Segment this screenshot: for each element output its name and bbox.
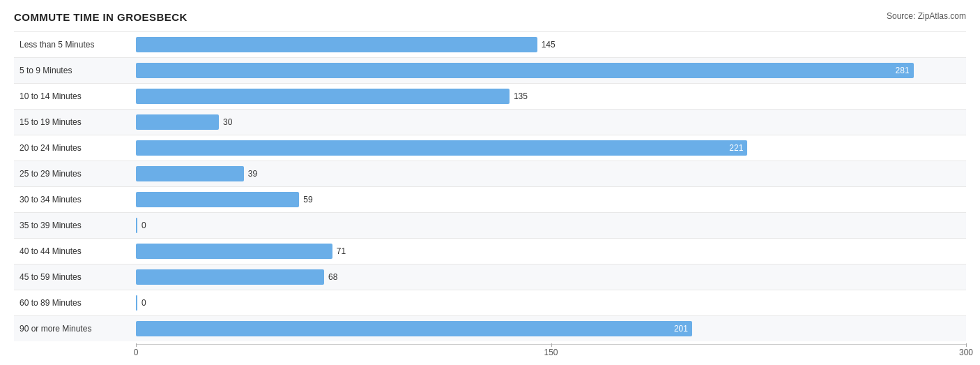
bar-value-inside: 221: [729, 143, 743, 153]
bar-fill: [136, 218, 137, 233]
chart-source: Source: ZipAtlas.com: [887, 11, 966, 21]
bar-fill: [136, 89, 510, 104]
bar-row: 45 to 59 Minutes68: [14, 264, 966, 290]
bar-label: 30 to 34 Minutes: [14, 195, 136, 204]
bar-value-outside: 59: [303, 195, 312, 204]
bar-fill: [136, 244, 332, 259]
bar-row: 20 to 24 Minutes221: [14, 135, 966, 161]
bar-label: 40 to 44 Minutes: [14, 246, 136, 256]
bar-fill: [136, 295, 137, 311]
bar-row: 35 to 39 Minutes0: [14, 212, 966, 238]
x-tick-label: 300: [959, 348, 973, 357]
bar-fill: 281: [136, 63, 914, 78]
bar-label: 5 to 9 Minutes: [14, 66, 136, 75]
chart-header: COMMUTE TIME IN GROESBECK Source: ZipAtl…: [14, 11, 966, 23]
bar-track: 281: [136, 63, 966, 78]
bar-row: 25 to 29 Minutes39: [14, 161, 966, 186]
bar-track: 145: [136, 37, 966, 52]
bar-fill: [136, 269, 324, 285]
bar-track: 68: [136, 269, 966, 285]
x-tick-label: 0: [134, 348, 139, 357]
bar-row: 40 to 44 Minutes71: [14, 238, 966, 264]
x-tick-line: [966, 343, 967, 347]
x-tick-label: 150: [544, 348, 558, 357]
bar-value-outside: 145: [542, 40, 556, 50]
bar-label: 60 to 89 Minutes: [14, 298, 136, 308]
bar-label: 90 or more Minutes: [14, 324, 136, 334]
x-tick-line: [136, 343, 137, 347]
bar-value-outside: 0: [141, 221, 146, 230]
bar-track: 135: [136, 89, 966, 104]
bar-fill: 201: [136, 321, 692, 336]
bar-row: 15 to 19 Minutes30: [14, 109, 966, 135]
bar-fill: [136, 37, 537, 52]
bar-track: 201: [136, 321, 966, 336]
bar-label: 35 to 39 Minutes: [14, 221, 136, 230]
bar-value-outside: 39: [248, 169, 257, 179]
bar-track: 0: [136, 295, 966, 311]
bar-value-outside: 135: [514, 91, 528, 101]
bar-track: 71: [136, 244, 966, 259]
bar-track: 30: [136, 114, 966, 130]
bar-value-outside: 68: [328, 272, 337, 282]
bar-label: 45 to 59 Minutes: [14, 272, 136, 282]
chart-area: Less than 5 Minutes1455 to 9 Minutes2811…: [14, 31, 966, 341]
bar-fill: [136, 114, 219, 130]
bar-label: 25 to 29 Minutes: [14, 169, 136, 179]
bar-label: 20 to 24 Minutes: [14, 143, 136, 153]
bar-value-inside: 201: [674, 324, 688, 334]
bar-value-outside: 71: [337, 246, 346, 256]
bar-track: 59: [136, 192, 966, 207]
chart-title: COMMUTE TIME IN GROESBECK: [14, 11, 187, 23]
bar-track: 221: [136, 140, 966, 156]
bar-row: 90 or more Minutes201: [14, 315, 966, 341]
bar-fill: [136, 192, 299, 207]
bar-row: 5 to 9 Minutes281: [14, 57, 966, 83]
x-tick-line: [551, 343, 552, 347]
bar-label: 15 to 19 Minutes: [14, 117, 136, 127]
x-axis: 0150300: [136, 344, 966, 358]
bar-track: 0: [136, 218, 966, 233]
bar-row: 10 to 14 Minutes135: [14, 83, 966, 109]
bar-label: Less than 5 Minutes: [14, 40, 136, 50]
bar-fill: 221: [136, 140, 747, 156]
bar-row: 30 to 34 Minutes59: [14, 186, 966, 212]
bar-row: Less than 5 Minutes145: [14, 31, 966, 57]
bar-track: 39: [136, 166, 966, 181]
chart-container: COMMUTE TIME IN GROESBECK Source: ZipAtl…: [14, 11, 966, 358]
bar-value-outside: 30: [223, 117, 232, 127]
bar-value-inside: 281: [896, 66, 910, 75]
bar-label: 10 to 14 Minutes: [14, 91, 136, 101]
bar-fill: [136, 166, 244, 181]
bar-row: 60 to 89 Minutes0: [14, 290, 966, 315]
bar-value-outside: 0: [141, 298, 146, 308]
